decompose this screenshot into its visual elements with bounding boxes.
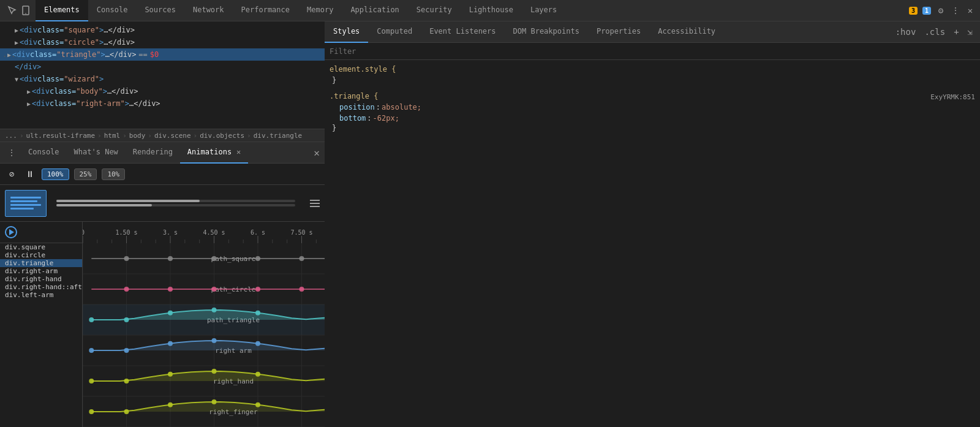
element-style-selector: element.style {: [330, 65, 396, 74]
svg-point-131: [168, 287, 173, 292]
tab-layers[interactable]: Layers: [522, 0, 565, 21]
breadcrumb-scene[interactable]: div.scene: [154, 132, 191, 140]
style-tab-computed[interactable]: Computed: [368, 21, 421, 43]
hov-button[interactable]: :hov: [893, 26, 919, 38]
track-label-right-arm[interactable]: div.right-arm: [0, 267, 83, 275]
track-label-right-finger[interactable]: div.right-hand::after: [0, 283, 83, 291]
timeline-scroll[interactable]: 01.50 s3. s4.50 s6. s7.50 s9. s10.50 s12…: [83, 222, 325, 427]
time-ruler: 01.50 s3. s4.50 s6. s7.50 s9. s10.50 s12…: [83, 229, 325, 243]
svg-point-171: [89, 348, 94, 353]
settings-icon[interactable]: ⚙: [936, 6, 946, 15]
svg-point-173: [168, 341, 173, 346]
toolbar-icons: [2, 6, 36, 15]
breadcrumb-iframe[interactable]: ult.result-iframe: [26, 132, 96, 140]
dom-line-closediv[interactable]: </div>: [0, 61, 325, 73]
dom-line-square[interactable]: ▶ <div class="square">…</div>: [0, 24, 325, 36]
style-tab-styles[interactable]: Styles: [325, 21, 368, 43]
svg-point-132: [212, 287, 217, 292]
tab-console[interactable]: Console: [88, 0, 137, 21]
style-tab-properties[interactable]: Properties: [588, 21, 649, 43]
svg-point-191: [124, 379, 129, 384]
svg-point-155: [212, 308, 217, 312]
svg-point-1: [25, 13, 26, 14]
drawer-tab-animations-close[interactable]: ✕: [236, 148, 241, 156]
drawer-menu-icon[interactable]: ⋮: [2, 148, 21, 157]
styles-content: element.style { } .triangle { ExyYRMK:85…: [325, 60, 980, 427]
drawer-close-button[interactable]: ✕: [314, 147, 325, 159]
play-all-button[interactable]: [5, 226, 17, 238]
drawer-tab-whats-new[interactable]: What's New: [67, 142, 126, 164]
breadcrumb-objects[interactable]: div.objects: [200, 132, 244, 140]
top-tab-right-actions: 3 1 ⚙ ⋮ ✕: [909, 6, 980, 15]
breadcrumb-body[interactable]: body: [129, 132, 146, 140]
svg-point-134: [300, 287, 304, 292]
animation-options-icon[interactable]: [310, 200, 320, 207]
tab-network[interactable]: Network: [184, 0, 233, 21]
tab-sources[interactable]: Sources: [136, 0, 184, 21]
svg-text:3. s: 3. s: [163, 229, 178, 236]
speed-10-button[interactable]: 10%: [102, 168, 125, 180]
track-label-circle[interactable]: div.circle: [0, 251, 83, 259]
close-devtools-icon[interactable]: ✕: [965, 6, 975, 15]
breadcrumb-html[interactable]: html: [104, 132, 121, 140]
speed-25-button[interactable]: 25%: [74, 168, 97, 180]
track-label-right-hand[interactable]: div.right-hand: [0, 275, 83, 283]
track-label-square[interactable]: div.square: [0, 243, 83, 251]
track-label-left-arm[interactable]: div.left-arm: [0, 291, 83, 299]
tab-performance[interactable]: Performance: [233, 0, 298, 21]
speed-100-button[interactable]: 100%: [42, 168, 69, 180]
dom-line-circle[interactable]: ▶ <div class="circle">…</div>: [0, 36, 325, 48]
svg-point-111: [255, 256, 260, 261]
svg-point-192: [168, 372, 173, 377]
left-panel: ▶ <div class="square">…</div> ▶ <div cla…: [0, 21, 325, 427]
pause-button[interactable]: ⏸: [23, 167, 37, 181]
svg-point-133: [255, 287, 260, 292]
svg-point-211: [168, 402, 173, 407]
svg-point-213: [255, 402, 260, 407]
breadcrumb-triangle[interactable]: div.triangle: [254, 132, 302, 140]
add-style-button[interactable]: +: [951, 26, 961, 38]
drawer-tab-rendering[interactable]: Rendering: [126, 142, 180, 164]
main-area: ▶ <div class="square">…</div> ▶ <div cla…: [0, 21, 980, 427]
expand-button[interactable]: ⇲: [965, 26, 975, 38]
tab-lighthouse[interactable]: Lighthouse: [461, 0, 522, 21]
tab-memory[interactable]: Memory: [298, 0, 342, 21]
tab-application[interactable]: Application: [342, 0, 407, 21]
bottom-section: ⋮ Console What's New Rendering Animation…: [0, 142, 325, 427]
filter-input[interactable]: [330, 47, 975, 56]
svg-point-156: [255, 311, 260, 316]
inspect-icon[interactable]: [7, 6, 17, 15]
svg-point-112: [300, 256, 304, 261]
cls-button[interactable]: .cls: [922, 26, 948, 38]
style-tab-accessibility[interactable]: Accessibility: [649, 21, 724, 43]
svg-point-212: [212, 399, 217, 404]
svg-text:4.50 s: 4.50 s: [203, 229, 225, 236]
dom-line-body[interactable]: ▶ <div class="body">…</div>: [0, 85, 325, 97]
drawer-tab-animations[interactable]: Animations ✕: [180, 142, 248, 164]
track-label-triangle[interactable]: div.triangle: [0, 259, 83, 267]
warning-badge: 3: [909, 7, 918, 15]
svg-point-130: [124, 287, 129, 292]
svg-text:0: 0: [83, 229, 85, 236]
dom-line-wizard[interactable]: ▼ <div class="wizard">: [0, 73, 325, 85]
tab-elements[interactable]: Elements: [36, 0, 88, 21]
dom-line-right-arm[interactable]: ▶ <div class="right-arm">…</div>: [0, 97, 325, 110]
device-icon[interactable]: [21, 6, 31, 15]
tab-security[interactable]: Security: [408, 0, 461, 21]
info-badge: 1: [922, 7, 931, 15]
breadcrumb: ... › ult.result-iframe › html › body › …: [0, 129, 325, 142]
more-icon[interactable]: ⋮: [951, 6, 960, 15]
triangle-source[interactable]: ExyYRMK:851: [930, 93, 975, 101]
timing-bar[interactable]: [56, 200, 295, 206]
triangle-prop-position: position : absolute;: [330, 102, 975, 113]
svg-point-172: [124, 348, 129, 353]
drawer-tab-console[interactable]: Console: [21, 142, 67, 164]
triangle-rule: .triangle { ExyYRMK:851 position : absol…: [330, 92, 975, 132]
breadcrumb-more[interactable]: ...: [5, 132, 17, 140]
stop-button[interactable]: ⊘: [5, 167, 18, 181]
style-tab-event-listeners[interactable]: Event Listeners: [421, 21, 504, 43]
svg-text:1.50 s: 1.50 s: [115, 229, 137, 236]
track-labels: div.square div.circle div.triangle div.r…: [0, 222, 83, 427]
dom-line-triangle[interactable]: ... ▶ <div class="triangle">…</div> == $…: [0, 48, 325, 61]
style-tab-dom-breakpoints[interactable]: DOM Breakpoints: [505, 21, 588, 43]
